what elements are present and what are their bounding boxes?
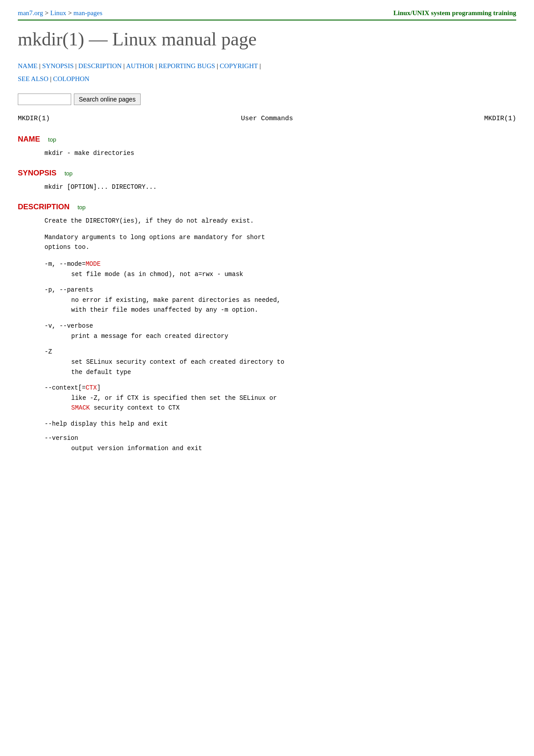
man-header-center: User Commands bbox=[241, 115, 293, 122]
description-intro2: Mandatory arguments to long options are … bbox=[44, 232, 516, 252]
breadcrumb-manpages[interactable]: man-pages bbox=[73, 9, 102, 16]
option-context-flag: --context[=CTX] bbox=[44, 384, 516, 391]
section-name-header: NAME top bbox=[18, 135, 516, 144]
nav-link-author[interactable]: AUTHOR bbox=[126, 62, 154, 69]
nav-link-synopsis[interactable]: SYNOPSIS bbox=[42, 62, 74, 69]
option-version-flag: --version bbox=[44, 435, 516, 442]
section-nav-links: NAME | SYNOPSIS | DESCRIPTION | AUTHOR |… bbox=[18, 60, 516, 85]
description-intro1: Create the DIRECTORY(ies), if they do no… bbox=[44, 216, 516, 226]
option-z-flag: -Z bbox=[44, 348, 516, 355]
option-m-flag: -m, --mode=MODE bbox=[44, 260, 516, 268]
option-help-flag: --help display this help and exit bbox=[44, 420, 516, 427]
option-version: --version output version information and… bbox=[44, 435, 516, 453]
section-description: DESCRIPTION top Create the DIRECTORY(ies… bbox=[18, 203, 516, 453]
page-title: mkdir(1) — Linux manual page bbox=[18, 28, 516, 50]
option-z: -Z set SELinux security context of each … bbox=[44, 348, 516, 377]
option-v-desc: print a message for each created directo… bbox=[71, 331, 516, 341]
nav-link-description[interactable]: DESCRIPTION bbox=[78, 62, 122, 69]
nav-link-name[interactable]: NAME bbox=[18, 62, 37, 69]
section-name: NAME top mkdir - make directories bbox=[18, 135, 516, 158]
section-synopsis: SYNOPSIS top mkdir [OPTION]... DIRECTORY… bbox=[18, 169, 516, 192]
man-page-header: MKDIR(1) User Commands MKDIR(1) bbox=[18, 115, 516, 122]
breadcrumb-linux[interactable]: Linux bbox=[50, 9, 66, 16]
section-name-content: mkdir - make directories bbox=[44, 148, 516, 158]
site-title: Linux/UNIX system programming training bbox=[393, 9, 516, 17]
option-v: -v, --verbose print a message for each c… bbox=[44, 322, 516, 341]
nav-link-reporting-bugs[interactable]: REPORTING BUGS bbox=[158, 62, 215, 69]
option-context: --context[=CTX] like -Z, or if CTX is sp… bbox=[44, 384, 516, 413]
option-p: -p, --parents no error if existing, make… bbox=[44, 286, 516, 315]
top-navigation: man7.org > Linux > man-pages Linux/UNIX … bbox=[18, 9, 516, 20]
section-synopsis-header: SYNOPSIS top bbox=[18, 169, 516, 178]
breadcrumb-sep1: > bbox=[45, 9, 50, 16]
search-button[interactable]: Search online pages bbox=[74, 93, 141, 105]
nav-link-colophon[interactable]: COLOPHON bbox=[53, 75, 89, 82]
man-header-right: MKDIR(1) bbox=[484, 115, 516, 122]
breadcrumb-man7[interactable]: man7.org bbox=[18, 9, 43, 16]
section-synopsis-top-link[interactable]: top bbox=[65, 170, 73, 177]
section-description-top-link[interactable]: top bbox=[77, 204, 85, 211]
option-version-desc: output version information and exit bbox=[71, 443, 516, 453]
section-name-top-link[interactable]: top bbox=[48, 136, 56, 143]
option-context-desc: like -Z, or if CTX is specified then set… bbox=[71, 393, 516, 413]
option-p-flag: -p, --parents bbox=[44, 286, 516, 293]
option-p-desc: no error if existing, make parent direct… bbox=[71, 295, 516, 315]
breadcrumb-sep2: > bbox=[68, 9, 73, 16]
option-context-value: CTX bbox=[85, 384, 97, 391]
section-description-header: DESCRIPTION top bbox=[18, 203, 516, 211]
breadcrumb: man7.org > Linux > man-pages bbox=[18, 9, 102, 17]
nav-link-copyright[interactable]: COPYRIGHT bbox=[220, 62, 258, 69]
nav-link-see-also[interactable]: SEE ALSO bbox=[18, 75, 49, 82]
section-synopsis-content: mkdir [OPTION]... DIRECTORY... bbox=[44, 182, 516, 192]
option-v-flag: -v, --verbose bbox=[44, 322, 516, 329]
option-m-desc: set file mode (as in chmod), not a=rwx -… bbox=[71, 269, 516, 279]
search-bar: Search online pages bbox=[18, 93, 516, 105]
option-z-desc: set SELinux security context of each cre… bbox=[71, 357, 516, 377]
search-input[interactable] bbox=[18, 93, 71, 105]
man-header-left: MKDIR(1) bbox=[18, 115, 50, 122]
smack-label: SMACK bbox=[71, 404, 90, 411]
option-help: --help display this help and exit bbox=[44, 420, 516, 427]
option-m: -m, --mode=MODE set file mode (as in chm… bbox=[44, 260, 516, 279]
section-synopsis-title: SYNOPSIS bbox=[18, 169, 57, 177]
section-description-content: Create the DIRECTORY(ies), if they do no… bbox=[44, 216, 516, 453]
option-m-mode-value: MODE bbox=[85, 260, 101, 268]
section-description-title: DESCRIPTION bbox=[18, 203, 69, 211]
section-name-title: NAME bbox=[18, 135, 40, 143]
